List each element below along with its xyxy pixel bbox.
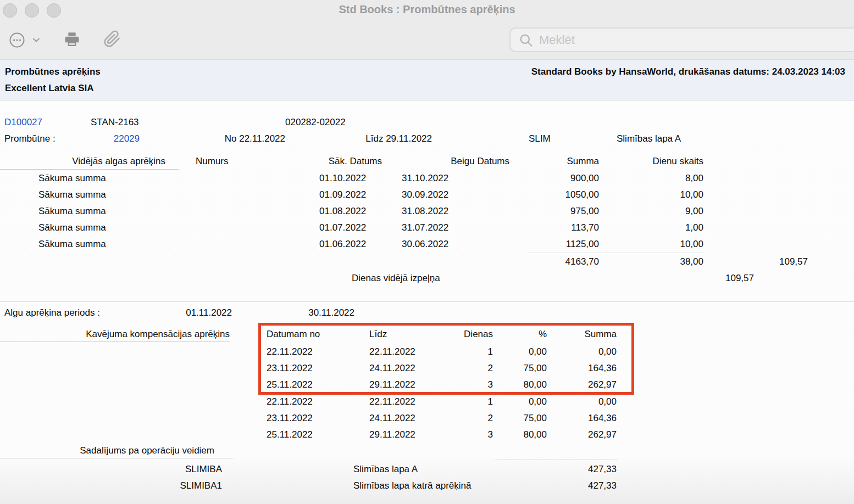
dist-row-code: SLIMIBA [167,464,222,474]
comp-row-pct: 75,00 [496,413,547,423]
standard-number: STAN-2163 [91,117,139,127]
dist-row-amount: 427,33 [562,481,617,491]
close-button[interactable] [3,3,17,18]
comp-row-days: 1 [438,397,493,407]
document-number-link[interactable]: D100027 [4,117,42,127]
absence-type-name: Slimības lapa A [617,134,681,144]
avg-table-col-start: Sāk. Datums [300,156,382,166]
avg-row-days: 1,00 [636,223,703,233]
minimize-button[interactable] [25,3,39,18]
daily-average-value: 109,57 [699,273,754,283]
report-meta: Standard Books by HansaWorld, drukāšanas… [531,66,845,77]
comp-col-to: Līdz [369,329,387,339]
dist-row-amount: 427,33 [562,464,617,474]
comp-col-pct: % [496,329,547,339]
avg-total-days: 38,00 [636,257,703,267]
zoom-button[interactable] [47,3,61,18]
comp-row-pct: 0,00 [496,347,547,357]
section-divider-line [0,301,854,302]
avg-row-sum: 113,70 [543,223,599,233]
avg-row-label: Sākuma summa [38,206,106,216]
avg-row-sum: 900,00 [543,173,599,183]
avg-table-col-label: Vidējās algas aprēķins [0,156,165,166]
person-code: 020282-02022 [285,117,346,127]
search-icon [518,32,534,48]
avg-row-start: 01.10.2022 [319,173,366,183]
report-body: D100027 STAN-2163 020282-02022 Prombūtne… [0,101,854,504]
salary-period-label: Algu aprēķina periods : [4,308,100,318]
separator-line [0,169,179,170]
avg-row-days: 8,00 [636,173,703,183]
avg-table-col-days: Dienu skaits [636,156,703,166]
paperclip-icon [103,30,121,48]
comp-row-pct: 80,00 [496,380,547,390]
avg-row-start: 01.06.2022 [319,239,366,249]
avg-row-start: 01.07.2022 [319,223,366,233]
avg-row-end: 31.10.2022 [402,173,448,183]
dist-row-name: Slimības lapa A [353,464,418,474]
absence-type-code: SLIM [529,134,551,144]
avg-row-end: 30.06.2022 [402,239,448,249]
titlebar: Std Books : Prombūtnes aprēķins [0,0,854,22]
dist-row-code: SLIMIBA1 [167,481,222,491]
compensation-section-label: Kavējuma kompensācijas aprēķins [54,329,230,339]
comp-row-sum: 0,00 [562,347,617,357]
search-input[interactable] [538,32,815,48]
comp-row-to: 24.11.2022 [369,363,415,373]
avg-row-end: 31.08.2022 [402,206,448,216]
absence-number-link[interactable]: 22029 [82,134,140,144]
comp-row-to: 22.11.2022 [369,347,415,357]
app-window: Std Books : Prombūtnes aprēķins [0,0,854,504]
distribution-section-label: Sadalījums pa operāciju veidiem [54,446,214,456]
avg-row-label: Sākuma summa [38,223,106,233]
attachment-button[interactable] [103,30,121,48]
window-title: Std Books : Prombūtnes aprēķins [0,3,854,16]
avg-row-days: 10,00 [636,190,703,200]
avg-row-start: 01.08.2022 [319,206,366,216]
comp-col-sum: Summa [562,329,617,339]
avg-row-days: 9,00 [636,206,703,216]
comp-row-sum: 164,36 [562,363,617,373]
avg-row-start: 01.09.2022 [319,190,366,200]
toolbar [0,22,854,60]
separator-line [0,458,233,458]
avg-table-col-number: Numurs [196,156,229,166]
report-header: Prombūtnes aprēķins Excellent Latvia SIA… [0,60,854,100]
comp-row-to: 24.11.2022 [369,413,415,423]
salary-period-to: 30.11.2022 [300,308,354,318]
avg-total-sum: 4163,70 [543,257,599,267]
comp-row-from: 23.11.2022 [267,363,313,373]
dist-row-name: Slimības lapa katrā aprēķinā [353,481,472,491]
printer-icon [63,31,81,48]
avg-table-col-sum: Summa [543,156,599,166]
avg-total-rate: 109,57 [753,257,808,267]
comp-row-days: 1 [438,347,493,357]
avg-row-label: Sākuma summa [38,190,106,200]
comp-row-days: 2 [438,363,493,373]
avg-row-sum: 975,00 [543,206,599,216]
avg-row-sum: 1125,00 [543,239,599,249]
comp-row-pct: 0,00 [496,397,547,407]
absence-label: Prombūtne : [4,134,56,144]
comp-row-from: 22.11.2022 [267,347,313,357]
comp-row-to: 29.11.2022 [369,380,415,390]
operations-menu-button[interactable] [9,32,42,48]
totals-separator-line [528,253,705,253]
absence-date-from: No 22.11.2022 [203,134,285,144]
daily-average-label: Dienas vidējā izpeļņa [352,273,440,283]
avg-table-col-end: Beigu Datums [427,156,509,166]
avg-row-sum: 1050,00 [543,190,599,200]
traffic-lights [3,3,61,18]
comp-row-days: 3 [438,430,493,440]
comp-row-to: 22.11.2022 [369,397,415,407]
ellipsis-circle-icon [9,32,25,48]
print-button[interactable] [63,31,81,48]
avg-row-label: Sākuma summa [38,239,106,249]
comp-row-days: 2 [438,413,493,423]
avg-row-end: 30.09.2022 [402,190,448,200]
comp-row-from: 25.11.2022 [267,380,313,390]
comp-col-from: Datumam no [267,329,320,339]
comp-row-days: 3 [438,380,493,390]
absence-date-to: Līdz 29.11.2022 [350,134,432,144]
report-title: Prombūtnes aprēķins [5,66,101,77]
